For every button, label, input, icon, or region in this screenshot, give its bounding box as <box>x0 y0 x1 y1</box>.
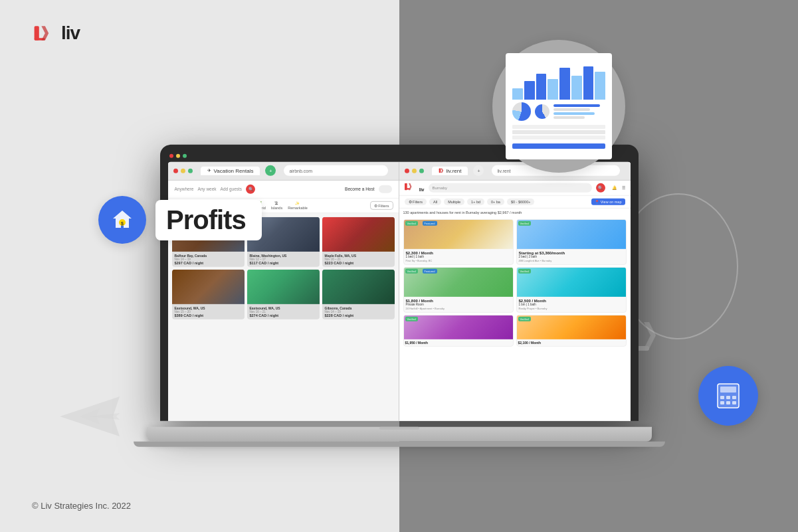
vr-listing-card: Eastsound, WA, US Nov 16 – 21 $274 CAD /… <box>247 270 320 319</box>
profits-badge: $ Profits <box>98 196 262 244</box>
vr-listing-card: Eastsound, WA, US Nov 15 – 20 $389 CAD /… <box>172 270 245 319</box>
svg-rect-17 <box>439 169 441 173</box>
svg-rect-11 <box>720 401 724 404</box>
lr-url: liv.rent <box>497 169 510 173</box>
svg-rect-13 <box>732 401 736 404</box>
lr-listing-card: Verified $1,950 / Month <box>403 315 514 347</box>
laptop-body: ✈ Vacation Rentals + airbnb.com Anywhere… <box>160 145 639 421</box>
svg-rect-12 <box>726 401 730 404</box>
vr-url: airbnb.com <box>289 169 312 173</box>
vr-listing-card: Gibsons, Canada Nov 14 – 19 $228 CAD / n… <box>322 270 395 319</box>
airplane-decorative <box>53 390 133 446</box>
calculator-circle <box>698 366 758 426</box>
laptop-base <box>147 427 652 442</box>
profits-icon-circle: $ <box>98 196 146 244</box>
svg-rect-8 <box>720 396 724 399</box>
lr-filter-all[interactable]: ⚙ Filters <box>405 199 427 205</box>
vr-tab-label: Vacation Rentals <box>214 168 254 174</box>
liv-rent-browser: liv.rent + liv.rent liv <box>399 162 631 421</box>
svg-marker-16 <box>644 322 656 349</box>
svg-marker-2 <box>41 26 49 41</box>
lr-listing-card: Verified $2,500 / Month 1 bm | 1 bath Re… <box>516 267 627 313</box>
svg-text:$: $ <box>121 221 124 226</box>
lr-listings: Verified Featured $2,300 / Month 1 bed |… <box>399 217 631 349</box>
svg-rect-20 <box>405 188 410 189</box>
lr-filter-multiple[interactable]: All <box>429 199 441 205</box>
lr-view-map[interactable]: 📍 View on map <box>591 199 625 205</box>
svg-rect-9 <box>726 396 730 399</box>
house-money-icon: $ <box>110 208 134 232</box>
svg-marker-18 <box>441 169 443 173</box>
logo-text: liv <box>61 23 80 44</box>
svg-rect-7 <box>720 387 736 393</box>
lr-search-input[interactable]: Burnaby <box>429 183 592 193</box>
laptop-base-bottom <box>134 442 665 447</box>
lr-tab-label: liv.rent <box>447 168 462 174</box>
lr-logo: liv <box>405 183 425 193</box>
vr-listing-card: Maple Falls, WA, US Nov 16 – 21 $223 CAD… <box>322 217 395 267</box>
logo: liv <box>32 21 80 45</box>
lr-listing-card: Verified Starting at $3,360/month 2 bed … <box>516 219 627 265</box>
profits-label: Profits <box>155 200 262 240</box>
laptop: ✈ Vacation Rentals + airbnb.com Anywhere… <box>160 135 639 446</box>
svg-rect-10 <box>732 396 736 399</box>
lr-listing-card: Verified Featured $2,300 / Month 1 bed |… <box>403 219 514 265</box>
liv-logo-icon <box>32 21 56 45</box>
copyright-text: © Liv Strategies Inc. 2022 <box>32 501 131 511</box>
lr-listing-card: Verified Featured $1,800 / Month Private… <box>403 267 514 313</box>
calculator-icon <box>712 380 744 412</box>
lr-listing-card: Verified $2,100 / Month <box>516 315 627 347</box>
chart-circle <box>492 40 625 173</box>
lr-headline: 130 apartments and houses for rent in Bu… <box>399 209 631 217</box>
chart-preview <box>506 53 612 159</box>
